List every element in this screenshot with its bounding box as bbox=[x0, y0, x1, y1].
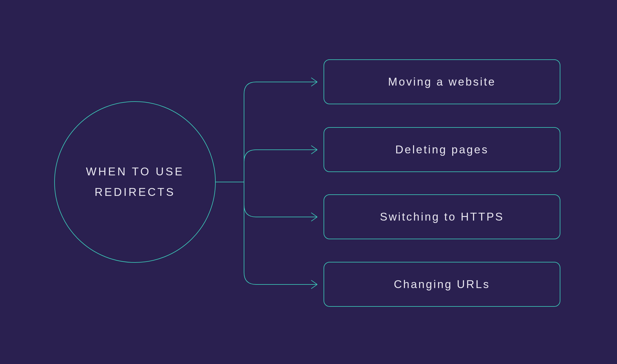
connector-branch-1 bbox=[244, 150, 317, 182]
center-node: WHEN TO USE REDIRECTS bbox=[54, 101, 216, 263]
item-label: Switching to HTTPS bbox=[380, 211, 504, 223]
item-label: Changing URLs bbox=[394, 278, 490, 291]
diagram-container: WHEN TO USE REDIRECTS Moving a website D… bbox=[0, 0, 617, 364]
item-node-0: Moving a website bbox=[324, 59, 560, 104]
connector-branch-2 bbox=[244, 182, 317, 217]
connector-branch-3 bbox=[244, 182, 317, 284]
arrowhead-2-top bbox=[311, 213, 317, 217]
item-node-2: Switching to HTTPS bbox=[324, 194, 560, 239]
center-title-line1: WHEN TO USE bbox=[86, 165, 184, 178]
arrowhead-1-bottom bbox=[311, 150, 317, 154]
connector-branch-0 bbox=[244, 82, 317, 182]
arrowhead-2-bottom bbox=[311, 217, 317, 221]
arrowhead-0-bottom bbox=[311, 82, 317, 86]
arrowhead-0-top bbox=[311, 78, 317, 82]
center-title-line2: REDIRECTS bbox=[95, 186, 175, 198]
item-node-1: Deleting pages bbox=[324, 127, 560, 172]
item-label: Deleting pages bbox=[395, 143, 489, 156]
arrowhead-1-top bbox=[311, 146, 317, 150]
center-title: WHEN TO USE REDIRECTS bbox=[86, 162, 184, 203]
arrowhead-3-bottom bbox=[311, 284, 317, 289]
item-label: Moving a website bbox=[388, 76, 496, 88]
arrowhead-3-top bbox=[311, 280, 317, 284]
item-node-3: Changing URLs bbox=[324, 262, 560, 307]
